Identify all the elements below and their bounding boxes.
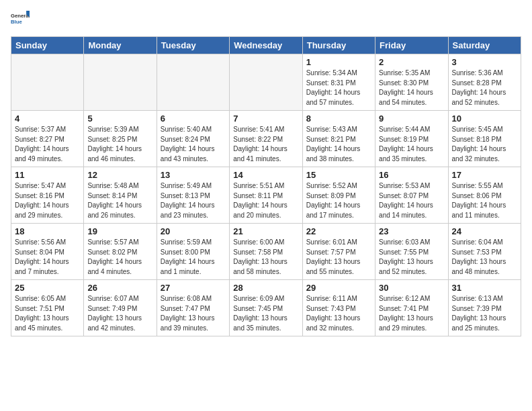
day-info: Sunrise: 5:49 AMSunset: 8:13 PMDaylight:… — [161, 181, 226, 220]
day-info: Sunrise: 5:37 AMSunset: 8:27 PMDaylight:… — [15, 125, 80, 164]
weekday-header-saturday: Saturday — [448, 37, 521, 54]
calendar-cell: 18Sunrise: 5:56 AMSunset: 8:04 PMDayligh… — [11, 224, 84, 280]
calendar-cell — [230, 54, 302, 111]
day-number: 13 — [161, 170, 226, 180]
day-number: 16 — [379, 170, 444, 180]
day-number: 6 — [161, 113, 226, 124]
day-number: 2 — [379, 57, 444, 67]
calendar-cell: 3Sunrise: 5:36 AMSunset: 8:28 PMDaylight… — [448, 54, 521, 111]
calendar-cell: 16Sunrise: 5:53 AMSunset: 8:07 PMDayligh… — [375, 167, 448, 224]
day-info: Sunrise: 6:11 AMSunset: 7:43 PMDaylight:… — [306, 294, 371, 333]
svg-text:Blue: Blue — [11, 19, 22, 25]
day-info: Sunrise: 5:52 AMSunset: 8:09 PMDaylight:… — [306, 181, 371, 220]
calendar-cell: 20Sunrise: 5:59 AMSunset: 8:00 PMDayligh… — [157, 224, 229, 280]
day-info: Sunrise: 5:48 AMSunset: 8:14 PMDaylight:… — [87, 181, 152, 220]
calendar-cell: 29Sunrise: 6:11 AMSunset: 7:43 PMDayligh… — [302, 280, 375, 336]
day-info: Sunrise: 5:36 AMSunset: 8:28 PMDaylight:… — [452, 68, 517, 107]
weekday-header-monday: Monday — [84, 37, 157, 54]
weekday-header-friday: Friday — [375, 37, 448, 54]
day-info: Sunrise: 5:53 AMSunset: 8:07 PMDaylight:… — [379, 181, 444, 220]
day-number: 26 — [87, 283, 152, 293]
day-number: 4 — [15, 113, 80, 124]
day-number: 8 — [306, 113, 371, 124]
day-info: Sunrise: 5:41 AMSunset: 8:22 PMDaylight:… — [233, 125, 298, 164]
calendar-cell — [157, 54, 229, 111]
day-info: Sunrise: 5:44 AMSunset: 8:19 PMDaylight:… — [379, 125, 444, 164]
day-info: Sunrise: 5:43 AMSunset: 8:21 PMDaylight:… — [306, 125, 371, 164]
day-number: 5 — [87, 113, 152, 124]
calendar-cell: 1Sunrise: 5:34 AMSunset: 8:31 PMDaylight… — [302, 54, 375, 111]
day-info: Sunrise: 5:51 AMSunset: 8:11 PMDaylight:… — [233, 181, 298, 220]
day-info: Sunrise: 5:34 AMSunset: 8:31 PMDaylight:… — [306, 68, 371, 107]
day-info: Sunrise: 6:05 AMSunset: 7:51 PMDaylight:… — [15, 294, 80, 333]
week-row-1: 1Sunrise: 5:34 AMSunset: 8:31 PMDaylight… — [11, 54, 521, 111]
day-number: 22 — [306, 226, 371, 236]
day-number: 29 — [306, 283, 371, 293]
day-number: 25 — [15, 283, 80, 293]
calendar-cell: 21Sunrise: 6:00 AMSunset: 7:58 PMDayligh… — [230, 224, 302, 280]
day-number: 15 — [306, 170, 371, 180]
day-info: Sunrise: 5:35 AMSunset: 8:30 PMDaylight:… — [379, 68, 444, 107]
weekday-header-row: SundayMondayTuesdayWednesdayThursdayFrid… — [11, 37, 521, 54]
calendar-cell: 27Sunrise: 6:08 AMSunset: 7:47 PMDayligh… — [157, 280, 229, 336]
week-row-4: 18Sunrise: 5:56 AMSunset: 8:04 PMDayligh… — [11, 224, 521, 280]
day-number: 19 — [87, 226, 152, 236]
day-number: 1 — [306, 57, 371, 67]
day-number: 11 — [15, 170, 80, 180]
day-info: Sunrise: 5:56 AMSunset: 8:04 PMDaylight:… — [15, 238, 80, 277]
day-number: 27 — [161, 283, 226, 293]
calendar-cell: 19Sunrise: 5:57 AMSunset: 8:02 PMDayligh… — [84, 224, 157, 280]
logo-icon: General Blue — [11, 11, 30, 30]
calendar-cell: 31Sunrise: 6:13 AMSunset: 7:39 PMDayligh… — [448, 280, 521, 336]
calendar-cell: 14Sunrise: 5:51 AMSunset: 8:11 PMDayligh… — [230, 167, 302, 224]
day-info: Sunrise: 5:57 AMSunset: 8:02 PMDaylight:… — [87, 238, 152, 277]
day-number: 10 — [452, 113, 517, 124]
day-info: Sunrise: 6:01 AMSunset: 7:57 PMDaylight:… — [306, 238, 371, 277]
week-row-3: 11Sunrise: 5:47 AMSunset: 8:16 PMDayligh… — [11, 167, 521, 224]
day-number: 9 — [379, 113, 444, 124]
weekday-header-tuesday: Tuesday — [157, 37, 229, 54]
day-number: 30 — [379, 283, 444, 293]
calendar-cell: 22Sunrise: 6:01 AMSunset: 7:57 PMDayligh… — [302, 224, 375, 280]
page-header: General Blue — [11, 11, 521, 30]
day-number: 23 — [379, 226, 444, 236]
weekday-header-thursday: Thursday — [302, 37, 375, 54]
day-number: 28 — [233, 283, 298, 293]
day-number: 12 — [87, 170, 152, 180]
day-info: Sunrise: 6:12 AMSunset: 7:41 PMDaylight:… — [379, 294, 444, 333]
day-number: 18 — [15, 226, 80, 236]
calendar-cell: 5Sunrise: 5:39 AMSunset: 8:25 PMDaylight… — [84, 111, 157, 167]
calendar-cell: 4Sunrise: 5:37 AMSunset: 8:27 PMDaylight… — [11, 111, 84, 167]
day-info: Sunrise: 6:07 AMSunset: 7:49 PMDaylight:… — [87, 294, 152, 333]
day-number: 3 — [452, 57, 517, 67]
day-info: Sunrise: 5:45 AMSunset: 8:18 PMDaylight:… — [452, 125, 517, 164]
week-row-2: 4Sunrise: 5:37 AMSunset: 8:27 PMDaylight… — [11, 111, 521, 167]
logo: General Blue — [11, 11, 30, 30]
day-info: Sunrise: 5:47 AMSunset: 8:16 PMDaylight:… — [15, 181, 80, 220]
week-row-5: 25Sunrise: 6:05 AMSunset: 7:51 PMDayligh… — [11, 280, 521, 336]
day-info: Sunrise: 5:55 AMSunset: 8:06 PMDaylight:… — [452, 181, 517, 220]
weekday-header-sunday: Sunday — [11, 37, 84, 54]
day-info: Sunrise: 6:00 AMSunset: 7:58 PMDaylight:… — [233, 238, 298, 277]
calendar-cell: 28Sunrise: 6:09 AMSunset: 7:45 PMDayligh… — [230, 280, 302, 336]
calendar-cell: 13Sunrise: 5:49 AMSunset: 8:13 PMDayligh… — [157, 167, 229, 224]
day-number: 17 — [452, 170, 517, 180]
calendar-cell — [11, 54, 84, 111]
calendar-cell: 6Sunrise: 5:40 AMSunset: 8:24 PMDaylight… — [157, 111, 229, 167]
day-info: Sunrise: 6:08 AMSunset: 7:47 PMDaylight:… — [161, 294, 226, 333]
day-number: 20 — [161, 226, 226, 236]
calendar-cell — [84, 54, 157, 111]
calendar-cell: 24Sunrise: 6:04 AMSunset: 7:53 PMDayligh… — [448, 224, 521, 280]
calendar-cell: 10Sunrise: 5:45 AMSunset: 8:18 PMDayligh… — [448, 111, 521, 167]
calendar-cell: 15Sunrise: 5:52 AMSunset: 8:09 PMDayligh… — [302, 167, 375, 224]
day-info: Sunrise: 6:13 AMSunset: 7:39 PMDaylight:… — [452, 294, 517, 333]
calendar-cell: 7Sunrise: 5:41 AMSunset: 8:22 PMDaylight… — [230, 111, 302, 167]
day-number: 21 — [233, 226, 298, 236]
day-info: Sunrise: 6:04 AMSunset: 7:53 PMDaylight:… — [452, 238, 517, 277]
calendar-cell: 2Sunrise: 5:35 AMSunset: 8:30 PMDaylight… — [375, 54, 448, 111]
calendar-table: SundayMondayTuesdayWednesdayThursdayFrid… — [11, 36, 521, 336]
day-info: Sunrise: 5:39 AMSunset: 8:25 PMDaylight:… — [87, 125, 152, 164]
calendar-cell: 26Sunrise: 6:07 AMSunset: 7:49 PMDayligh… — [84, 280, 157, 336]
calendar-cell: 11Sunrise: 5:47 AMSunset: 8:16 PMDayligh… — [11, 167, 84, 224]
calendar-cell: 25Sunrise: 6:05 AMSunset: 7:51 PMDayligh… — [11, 280, 84, 336]
